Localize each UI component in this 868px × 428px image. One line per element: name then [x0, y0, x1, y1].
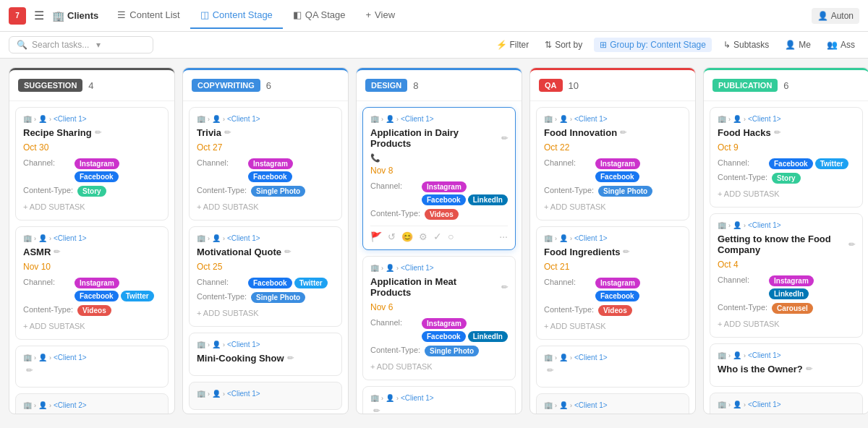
- group-btn[interactable]: ⊞ Group by: Content Stage: [594, 38, 712, 52]
- action-icon-1[interactable]: ↺: [388, 231, 396, 242]
- column-header-copywriting: COPYWRITING6: [183, 68, 348, 101]
- tag-instagram: Instagram: [595, 158, 640, 169]
- tab-content-stage[interactable]: ◫ Content Stage: [190, 2, 283, 29]
- column-design: DESIGN8🏢›👤›<Client 1>Application in Dair…: [356, 67, 522, 414]
- content-type-tags: Story: [772, 173, 801, 184]
- card-content-type-row: Content-Type:Single Photo: [370, 346, 508, 356]
- add-subtask[interactable]: + ADD SUBTASK: [23, 320, 161, 332]
- tag-linkedin: LinkedIn: [468, 194, 508, 205]
- channel-label: Channel:: [718, 158, 765, 167]
- add-subtask[interactable]: + ADD SUBTASK: [197, 201, 334, 213]
- card-breadcrumb: 🏢›👤›<Client 1>: [544, 115, 681, 123]
- add-subtask[interactable]: + ADD SUBTASK: [544, 201, 681, 213]
- action-icon-0[interactable]: 🚩: [370, 231, 382, 242]
- card-breadcrumb: 🏢›👤›<Client 1>: [23, 354, 161, 361]
- card-title: Application in Meat Products✏: [370, 276, 508, 298]
- card-title: Trivia✏: [197, 127, 334, 138]
- channel-label: Channel:: [23, 158, 70, 167]
- subtasks-btn[interactable]: ↳ Subtasks: [719, 38, 773, 52]
- card-publication-truncated[interactable]: 🏢›👤›<Client 1>: [710, 393, 863, 414]
- content-type-label: Content-Type:: [370, 209, 420, 218]
- edit-icon[interactable]: ✏: [806, 364, 812, 374]
- content-type-tags: Videos: [425, 209, 459, 220]
- edit-icon[interactable]: ✏: [54, 247, 60, 257]
- tab-view[interactable]: + View: [356, 2, 406, 29]
- card-design-2[interactable]: 🏢›👤›<Client 1>✏: [362, 386, 516, 414]
- channel-tags: InstagramFacebook: [595, 158, 681, 182]
- card-publication-1[interactable]: 🏢›👤›<Client 1>Getting to know the Food C…: [710, 213, 863, 338]
- search-box[interactable]: 🔍 Search tasks... ▾: [9, 36, 153, 54]
- action-dots[interactable]: ···: [499, 231, 508, 242]
- edit-icon[interactable]: ✏: [547, 366, 553, 375]
- search-dropdown-icon[interactable]: ▾: [96, 40, 101, 50]
- edit-icon[interactable]: ✏: [501, 283, 508, 292]
- card-publication-2[interactable]: 🏢›👤›<Client 1>Who is the Owner?✏: [710, 343, 863, 387]
- edit-icon[interactable]: ✏: [501, 134, 508, 143]
- content-type-tags: Single Photo: [425, 346, 479, 356]
- content-type-tags: Single Photo: [251, 292, 305, 303]
- channel-label: Channel:: [544, 158, 591, 167]
- edit-icon[interactable]: ✏: [26, 366, 33, 375]
- menu-icon[interactable]: ☰: [29, 6, 49, 26]
- tab-qa-stage[interactable]: ◧ QA Stage: [283, 2, 356, 29]
- action-circle[interactable]: ○: [448, 231, 454, 242]
- edit-icon[interactable]: ✏: [224, 128, 231, 137]
- card-qa-1[interactable]: 🏢›👤›<Client 1>Food Ingredients✏Oct 21Cha…: [536, 226, 689, 340]
- card-design-1[interactable]: 🏢›👤›<Client 1>Application in Meat Produc…: [362, 256, 516, 380]
- add-subtask[interactable]: + ADD SUBTASK: [544, 320, 681, 332]
- card-breadcrumb: 🏢›👤›<Client 1>: [197, 115, 334, 123]
- action-icon-3[interactable]: ⚙: [419, 231, 427, 242]
- edit-icon[interactable]: ✏: [848, 240, 855, 249]
- card-design-0[interactable]: 🏢›👤›<Client 1>Application in Dairy Produ…: [362, 107, 516, 250]
- ass-btn[interactable]: 👥 Ass: [822, 38, 859, 52]
- me-btn[interactable]: 👤 Me: [780, 38, 815, 52]
- card-copywriting-2[interactable]: 🏢›👤›<Client 1>Mini-Cooking Show✏: [189, 333, 342, 376]
- card-qa-0[interactable]: 🏢›👤›<Client 1>Food Innovation✏Oct 22Chan…: [536, 107, 689, 221]
- channel-tags: InstagramFacebookLinkedIn: [422, 181, 508, 205]
- edit-icon[interactable]: ✏: [620, 128, 626, 137]
- card-date: Nov 8: [370, 166, 508, 176]
- content-type-tags: Single Photo: [251, 186, 305, 197]
- tag-videos: Videos: [77, 305, 111, 316]
- edit-icon[interactable]: ✏: [623, 247, 629, 257]
- column-copywriting: COPYWRITING6🏢›👤›<Client 1>Trivia✏Oct 27C…: [182, 67, 349, 414]
- avatar-icon: 👤: [817, 11, 828, 21]
- sort-btn[interactable]: ⇅ Sort by: [540, 38, 587, 52]
- filter-btn[interactable]: ⚡ Filter: [492, 38, 534, 52]
- card-date: Nov 6: [370, 302, 508, 312]
- add-subtask[interactable]: + ADD SUBTASK: [718, 318, 855, 330]
- edit-icon[interactable]: ✏: [95, 128, 101, 137]
- add-subtask[interactable]: + ADD SUBTASK: [370, 361, 508, 372]
- card-publication-0[interactable]: 🏢›👤›<Client 1>Food Hacks✏Oct 9Channel:Fa…: [710, 107, 863, 207]
- tag-instagram: Instagram: [422, 318, 467, 329]
- card-qa-truncated[interactable]: 🏢›👤›<Client 1>: [536, 393, 689, 414]
- card-suggestion-1[interactable]: 🏢›👤›<Client 1>ASMR✏Nov 10Channel:Instagr…: [15, 226, 169, 340]
- card-breadcrumb: 🏢›👤›<Client 1>: [23, 234, 161, 242]
- auto-btn[interactable]: 👤 Auton: [812, 8, 859, 24]
- edit-icon[interactable]: ✏: [774, 128, 780, 137]
- action-icon-2[interactable]: 😊: [401, 231, 413, 242]
- edit-icon[interactable]: ✏: [284, 247, 291, 257]
- edit-icon[interactable]: ✏: [287, 354, 294, 363]
- app-icon[interactable]: 7: [9, 7, 26, 25]
- edit-icon[interactable]: ✏: [373, 406, 380, 414]
- card-suggestion-2[interactable]: 🏢›👤›<Client 1>✏: [15, 346, 169, 388]
- action-check[interactable]: ✓: [433, 231, 442, 242]
- card-breadcrumb: 🏢›👤›<Client 1>: [197, 234, 334, 242]
- card-suggestion-0[interactable]: 🏢›👤›<Client 1>Recipe Sharing✏Oct 30Chann…: [15, 107, 169, 221]
- add-subtask[interactable]: + ADD SUBTASK: [23, 201, 161, 213]
- tab-content-list[interactable]: ☰ Content List: [107, 2, 190, 29]
- card-qa-2[interactable]: 🏢›👤›<Client 1>✏: [536, 346, 689, 388]
- card-copywriting-1[interactable]: 🏢›👤›<Client 1>Motivational Quote✏Oct 25C…: [189, 226, 342, 327]
- card-copywriting-truncated[interactable]: 🏢›👤›<Client 1>: [189, 382, 342, 410]
- add-subtask[interactable]: + ADD SUBTASK: [197, 307, 334, 319]
- tag-instagram: Instagram: [75, 278, 119, 288]
- channel-label: Channel:: [370, 181, 417, 190]
- card-channel-row: Channel:FacebookTwitter: [197, 278, 334, 288]
- tag-facebook: Facebook: [595, 171, 639, 182]
- nav-tabs: ☰ Content List ◫ Content Stage ◧ QA Stag…: [107, 2, 405, 29]
- card-suggestion-truncated[interactable]: 🏢›👤›<Client 2>: [15, 393, 169, 414]
- add-subtask[interactable]: + ADD SUBTASK: [718, 188, 855, 200]
- card-copywriting-0[interactable]: 🏢›👤›<Client 1>Trivia✏Oct 27Channel:Insta…: [189, 107, 342, 221]
- board: SUGGESTION4🏢›👤›<Client 1>Recipe Sharing✏…: [0, 59, 868, 423]
